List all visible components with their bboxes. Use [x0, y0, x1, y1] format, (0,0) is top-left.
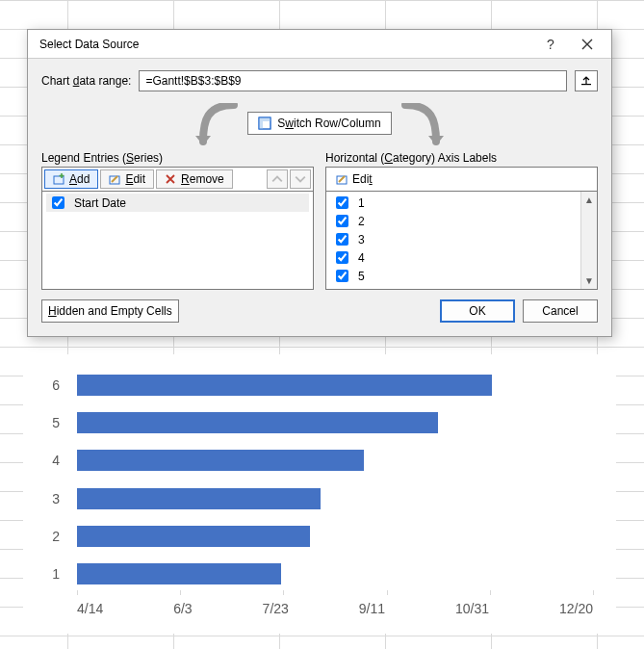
dialog-title: Select Data Source: [39, 38, 532, 51]
bar-row: [77, 480, 593, 517]
edit-icon: [109, 173, 120, 185]
axis-labels-header: Horizontal (Category) Axis Labels: [325, 151, 598, 165]
bar[interactable]: [77, 526, 310, 547]
series-item[interactable]: Start Date: [46, 194, 309, 212]
category-label: 5: [358, 270, 365, 283]
chevron-up-icon: [271, 173, 283, 185]
dialog-titlebar: Select Data Source ?: [28, 30, 611, 59]
svg-rect-3: [259, 117, 263, 129]
bar-row: [77, 403, 593, 441]
category-checkbox[interactable]: [336, 196, 348, 209]
category-checkbox[interactable]: [336, 270, 348, 282]
category-label: 2: [358, 215, 365, 228]
category-item[interactable]: 3: [330, 230, 593, 248]
category-checkbox[interactable]: [336, 215, 348, 227]
move-down-button[interactable]: [290, 169, 311, 189]
arrow-left-curve-icon: [186, 103, 244, 145]
category-checkbox[interactable]: [336, 251, 348, 264]
x-tick: [77, 590, 78, 595]
x-tick: [490, 590, 491, 595]
bar[interactable]: [77, 412, 438, 433]
series-listbox[interactable]: Start Date: [41, 192, 314, 290]
collapse-dialog-icon[interactable]: [575, 70, 598, 91]
x-axis-label: 12/20: [559, 601, 593, 620]
remove-series-button[interactable]: Remove: [156, 169, 233, 189]
y-axis-label: 6: [23, 377, 69, 393]
help-button[interactable]: ?: [532, 31, 569, 58]
cancel-button[interactable]: Cancel: [523, 299, 598, 323]
x-tick: [387, 590, 388, 595]
category-item[interactable]: 4: [330, 248, 593, 267]
axis-labels-panel: Horizontal (Category) Axis Labels Edit 1…: [325, 151, 598, 290]
category-item[interactable]: 1: [330, 194, 593, 212]
category-item[interactable]: 2: [330, 212, 593, 230]
y-axis-label: 5: [23, 415, 69, 430]
bar-chart[interactable]: 654321 4/146/37/239/1110/3112/20: [23, 354, 616, 634]
remove-icon: [165, 173, 176, 185]
chevron-down-icon: [295, 173, 306, 185]
chart-data-range-label: Chart data range:: [41, 74, 131, 88]
scrollbar[interactable]: ▲ ▼: [580, 192, 597, 289]
x-axis-label: 7/23: [263, 601, 289, 620]
x-tick: [180, 590, 181, 595]
edit-axis-button[interactable]: Edit: [328, 169, 380, 189]
edit-series-button[interactable]: Edit: [100, 169, 154, 189]
add-series-button[interactable]: Add: [44, 169, 98, 189]
category-listbox[interactable]: 12345 ▲ ▼: [325, 192, 598, 290]
x-axis-label: 6/3: [173, 601, 192, 620]
series-label: Start Date: [74, 196, 126, 210]
bar-row: [77, 556, 593, 593]
x-tick: [593, 590, 594, 595]
bar-row: [77, 442, 593, 480]
y-axis-label: 4: [23, 453, 69, 468]
add-icon: [53, 173, 64, 185]
category-label: 3: [358, 233, 365, 247]
x-tick: [283, 590, 284, 595]
category-label: 4: [358, 251, 365, 265]
chart-data-range-input[interactable]: [139, 70, 567, 91]
legend-entries-panel: Legend Entries (Series) Add Edit Remove: [41, 151, 314, 290]
ok-button[interactable]: OK: [440, 299, 515, 323]
x-axis-label: 10/31: [455, 601, 489, 620]
scroll-down-icon[interactable]: ▼: [581, 273, 597, 289]
y-axis-label: 3: [23, 491, 69, 506]
arrow-right-curve-icon: [396, 103, 453, 145]
move-up-button[interactable]: [267, 169, 288, 189]
y-axis-label: 1: [23, 566, 69, 582]
switch-row-column-button[interactable]: Switch Row/Column: [247, 112, 391, 135]
bar[interactable]: [77, 563, 281, 584]
select-data-source-dialog: Select Data Source ? Chart data range:: [27, 29, 612, 337]
y-axis-label: 2: [23, 529, 69, 544]
hidden-empty-cells-button[interactable]: Hidden and Empty Cells: [41, 299, 179, 323]
category-label: 1: [358, 196, 365, 210]
bar[interactable]: [77, 450, 364, 471]
x-axis-label: 9/11: [359, 601, 385, 620]
bar[interactable]: [77, 488, 321, 509]
scroll-up-icon[interactable]: ▲: [581, 192, 597, 208]
close-button[interactable]: [569, 31, 605, 58]
edit-icon: [336, 173, 348, 185]
svg-rect-0: [581, 84, 591, 85]
bar[interactable]: [77, 375, 492, 396]
category-item[interactable]: 5: [330, 267, 593, 285]
switch-icon: [258, 117, 271, 130]
category-checkbox[interactable]: [336, 233, 348, 246]
bar-row: [77, 366, 593, 403]
bar-row: [77, 517, 593, 555]
legend-entries-header: Legend Entries (Series): [41, 151, 314, 165]
series-checkbox[interactable]: [52, 196, 64, 209]
x-axis-label: 4/14: [77, 601, 103, 620]
